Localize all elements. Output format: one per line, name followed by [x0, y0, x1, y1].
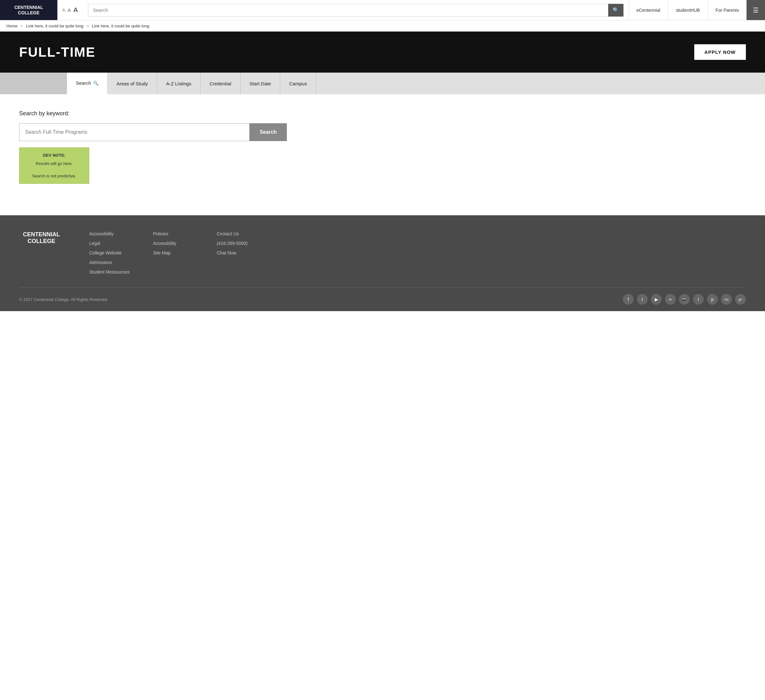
filter-nav-az-listings[interactable]: A-Z Listings — [157, 72, 200, 94]
footer-col-3: Contact Us (416-289-5000) Chat Now — [217, 231, 268, 275]
program-search-button[interactable]: Search — [250, 123, 287, 141]
footer-link-chat-now[interactable]: Chat Now — [217, 250, 268, 256]
apply-now-button[interactable]: APPLY NOW — [694, 44, 746, 60]
footer-link-policies[interactable]: Policies — [153, 231, 204, 236]
footer-link-college-website[interactable]: College Website — [89, 250, 140, 256]
footer-link-contact-us[interactable]: Contact Us — [217, 231, 268, 236]
breadcrumb: Home > Link here, it could be quite long… — [0, 20, 765, 31]
footer-col-1: Accessibility Legal College Website Admi… — [89, 231, 140, 275]
program-search-input[interactable] — [19, 123, 250, 141]
dev-note-line1: Results will go here. — [25, 160, 83, 167]
nav-link-ecentennial[interactable]: eCentennial — [628, 0, 668, 20]
rss-icon[interactable]: rss — [721, 294, 732, 305]
footer-link-site-map[interactable]: Site Map — [153, 250, 204, 256]
filter-nav-credential[interactable]: Credential — [200, 72, 240, 94]
hero-banner: FULL-TIME APPLY NOW — [0, 31, 765, 72]
dev-note: DEV NOTE: Results will go here. Search i… — [19, 148, 89, 184]
footer-inner: CENTENNIAL COLLEGE Accessibility Legal C… — [19, 231, 746, 275]
footer-link-admissions[interactable]: Admissions — [89, 260, 140, 265]
facebook-icon[interactable]: f — [623, 294, 634, 305]
filter-nav-spacer — [0, 72, 67, 94]
copyright-text: © 2017 Centennial College. All Rights Re… — [19, 297, 109, 302]
site-footer: CENTENNIAL COLLEGE Accessibility Legal C… — [0, 215, 765, 311]
youtube-icon[interactable]: ▶ — [651, 294, 662, 305]
dev-note-title: DEV NOTE: — [25, 152, 83, 159]
nav-link-studenthub[interactable]: studentHUB — [668, 0, 707, 20]
header-search-form: 🔍 — [83, 0, 628, 20]
linkedin-icon[interactable]: in — [665, 294, 676, 305]
filter-nav-items: Search 🔍 Areas of Study A-Z Listings Cre… — [67, 72, 765, 94]
font-size-small-button[interactable]: A — [63, 8, 65, 13]
filter-nav-areas-of-study[interactable]: Areas of Study — [108, 72, 157, 94]
main-content: Search by keyword: Search DEV NOTE: Resu… — [0, 94, 765, 215]
hamburger-menu-button[interactable]: ☰ — [746, 0, 765, 20]
site-header: CENTENNIAL COLLEGE A A A 🔍 eCentennial s… — [0, 0, 765, 20]
googleplus-icon[interactable]: g+ — [735, 294, 746, 305]
header-search-button[interactable]: 🔍 — [608, 4, 623, 17]
site-logo[interactable]: CENTENNIAL COLLEGE — [0, 0, 57, 20]
filter-nav-search[interactable]: Search 🔍 — [67, 72, 108, 94]
footer-link-phone[interactable]: (416-289-5000) — [217, 241, 268, 246]
nav-link-for-parents[interactable]: For Parents — [708, 0, 746, 20]
page-title: FULL-TIME — [19, 45, 96, 60]
footer-bottom: © 2017 Centennial College. All Rights Re… — [19, 287, 746, 311]
twitter-icon[interactable]: t — [637, 294, 648, 305]
footer-link-student-resources[interactable]: Student Resouurces — [89, 270, 140, 275]
pinterest-icon[interactable]: p — [707, 294, 718, 305]
filter-nav-campus[interactable]: Campus — [280, 72, 316, 94]
filter-nav-start-date[interactable]: Start Date — [241, 72, 280, 94]
instagram-icon[interactable]: 📷 — [679, 294, 690, 305]
font-size-medium-button[interactable]: A — [68, 7, 71, 13]
program-search-row: Search — [19, 123, 287, 141]
search-icon: 🔍 — [93, 80, 99, 86]
tumblr-icon[interactable]: t — [693, 294, 704, 305]
breadcrumb-home[interactable]: Home — [6, 24, 17, 28]
breadcrumb-link1[interactable]: Link here, it could be quite long — [26, 24, 83, 28]
footer-link-accessibility[interactable]: Accessibility — [89, 231, 140, 236]
footer-link-accessbility[interactable]: Accessbility — [153, 241, 204, 246]
footer-logo: CENTENNIAL COLLEGE — [19, 231, 64, 275]
breadcrumb-sep1: > — [20, 24, 23, 28]
header-nav: eCentennial studentHUB For Parents ☰ — [628, 0, 765, 20]
breadcrumb-link2[interactable]: Link here, it could be quite long — [92, 24, 149, 28]
social-icons: f t ▶ in 📷 t p rss g+ — [623, 294, 746, 305]
dev-note-line2: Search is not predictive. — [25, 173, 83, 179]
filter-nav: Search 🔍 Areas of Study A-Z Listings Cre… — [0, 72, 765, 94]
header-search-input[interactable] — [88, 4, 608, 17]
footer-col-2: Policies Accessbility Site Map — [153, 231, 204, 275]
font-size-large-button[interactable]: A — [73, 6, 78, 14]
breadcrumb-sep2: > — [87, 24, 89, 28]
font-size-controls: A A A — [57, 0, 83, 20]
search-by-keyword-label: Search by keyword: — [19, 110, 746, 117]
footer-link-legal[interactable]: Legal — [89, 241, 140, 246]
